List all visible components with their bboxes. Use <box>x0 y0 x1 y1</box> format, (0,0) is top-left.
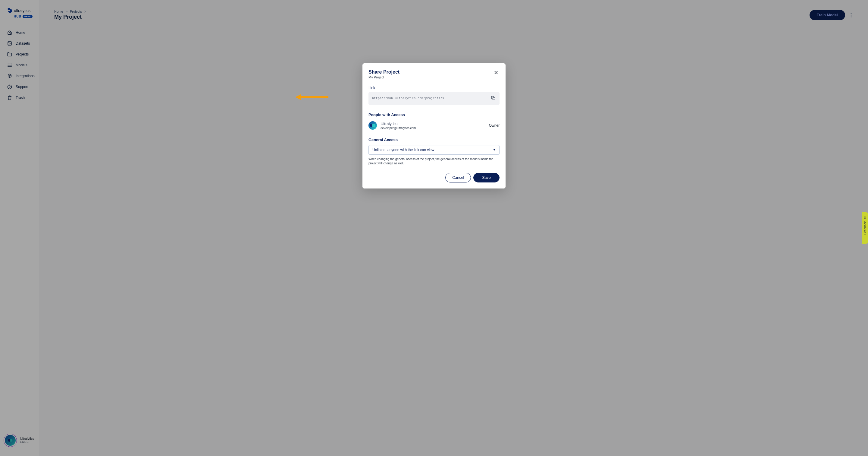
link-label: Link <box>369 86 499 90</box>
access-selected: Unlisted, anyone with the link can view <box>372 148 434 152</box>
close-button[interactable]: ✕ <box>493 69 499 76</box>
people-section: People with Access Ultralytics developer… <box>369 113 499 130</box>
person-info: Ultralytics developer@ultralytics.com <box>380 121 485 130</box>
feedback-label: Feedback <box>864 221 867 235</box>
feedback-tab[interactable]: Feedback ☺ <box>862 212 868 244</box>
person-email: developer@ultralytics.com <box>380 126 485 130</box>
dialog-header: Share Project My Project ✕ <box>369 69 499 79</box>
link-value[interactable]: https://hub.ultralytics.com/projects/X <box>372 97 444 100</box>
link-box: https://hub.ultralytics.com/projects/X <box>369 92 499 105</box>
dialog-subtitle: My Project <box>369 76 400 79</box>
person-row: Ultralytics developer@ultralytics.com Ow… <box>369 121 499 130</box>
copy-icon <box>491 96 495 101</box>
svg-marker-20 <box>295 94 301 100</box>
share-dialog: Share Project My Project ✕ Link https://… <box>363 63 505 189</box>
svg-point-18 <box>372 124 375 127</box>
close-icon: ✕ <box>494 70 498 76</box>
dialog-actions: Cancel Save <box>369 173 499 182</box>
arrow-annotation <box>295 93 329 102</box>
person-name: Ultralytics <box>380 121 485 126</box>
access-select[interactable]: Unlisted, anyone with the link can view … <box>369 145 499 155</box>
svg-rect-16 <box>493 97 495 100</box>
dialog-titles: Share Project My Project <box>369 69 400 79</box>
cancel-button[interactable]: Cancel <box>445 173 471 182</box>
people-heading: People with Access <box>369 113 499 117</box>
caret-down-icon: ▼ <box>493 148 496 151</box>
smiley-icon: ☺ <box>863 215 867 220</box>
person-avatar <box>369 121 377 130</box>
modal-overlay[interactable]: Share Project My Project ✕ Link https://… <box>0 0 868 456</box>
save-button[interactable]: Save <box>473 173 499 182</box>
person-role: Owner <box>489 123 499 127</box>
dialog-title: Share Project <box>369 69 400 75</box>
general-section: General Access Unlisted, anyone with the… <box>369 138 499 166</box>
copy-button[interactable] <box>491 95 496 102</box>
helper-text: When changing the general access of the … <box>369 157 499 166</box>
general-heading: General Access <box>369 138 499 142</box>
